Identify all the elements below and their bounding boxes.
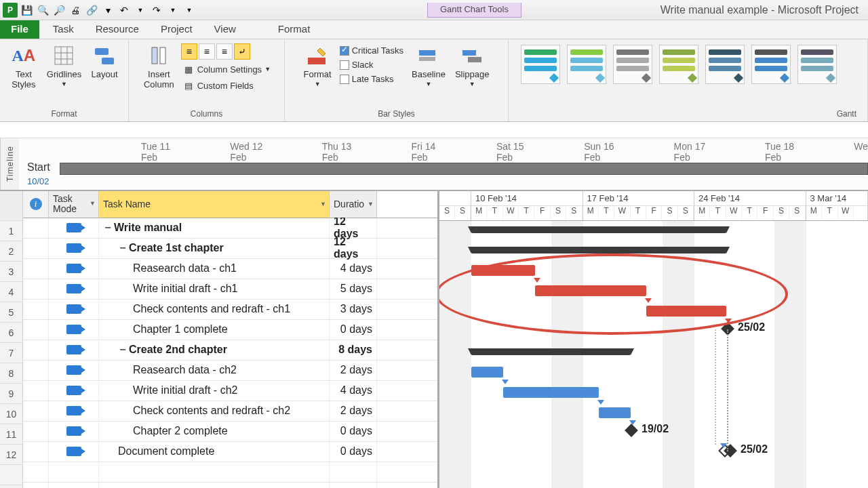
gridlines-button[interactable]: Gridlines▼	[44, 42, 84, 89]
table-row[interactable]: Chapter 2 complete 0 days	[23, 422, 437, 442]
cell-task-mode[interactable]	[49, 320, 99, 340]
bar-task-1[interactable]	[471, 226, 726, 233]
layout-button[interactable]: Layout	[88, 42, 121, 81]
bar-task-10[interactable]	[599, 407, 631, 418]
table-row[interactable]: Write initial draft - ch1 5 days	[23, 279, 437, 300]
insert-column-button[interactable]: Insert Column	[141, 42, 177, 91]
align-left-button[interactable]: ≡	[181, 43, 197, 60]
wrap-text-button[interactable]: ⤶	[234, 43, 250, 60]
row-number[interactable]	[0, 485, 22, 488]
row-number[interactable]: 7	[0, 343, 22, 363]
bar-task-9[interactable]	[503, 387, 599, 398]
collapse-icon[interactable]: −	[103, 222, 113, 234]
entry-bar[interactable]	[0, 122, 868, 138]
tab-task[interactable]: Task	[42, 20, 85, 39]
row-number[interactable]: 2	[0, 241, 22, 262]
cell-task-name[interactable]: −Create 2nd chapter	[99, 340, 330, 360]
cell-duration[interactable]: 4 days	[330, 259, 377, 279]
cell-task-mode[interactable]	[49, 259, 99, 279]
cell-task-mode[interactable]	[49, 422, 99, 441]
cell-duration[interactable]: 0 days	[330, 320, 377, 340]
cell-task-mode[interactable]	[49, 239, 99, 258]
cell-duration[interactable]: 2 days	[330, 401, 377, 421]
cell-task-name[interactable]: Write initial draft - ch1	[99, 279, 330, 299]
print-icon[interactable]: 🖨	[68, 3, 83, 18]
cell-task-name[interactable]: Document complete	[99, 442, 330, 462]
app-icon[interactable]: P	[3, 3, 18, 18]
row-number[interactable]: 6	[0, 323, 22, 343]
qat-customize-icon[interactable]: ▼	[182, 3, 197, 18]
row-number[interactable]: 8	[0, 363, 22, 384]
tab-resource[interactable]: Resource	[85, 20, 150, 39]
cell-task-name[interactable]: −Write manual	[99, 218, 330, 238]
row-number[interactable]	[0, 465, 22, 485]
filter-icon[interactable]: ▾	[100, 3, 115, 18]
cell-task-name[interactable]: Write initial draft - ch2	[99, 381, 330, 401]
redo-dd-icon[interactable]: ▼	[165, 3, 180, 18]
collapse-icon[interactable]: −	[118, 344, 127, 356]
cell-duration[interactable]: 0 days	[330, 442, 377, 462]
slack-checkbox[interactable]: Slack	[338, 59, 405, 70]
cell-task-mode[interactable]	[49, 361, 99, 380]
cell-duration[interactable]: 5 days	[330, 279, 377, 299]
column-settings-button[interactable]: ▦Column Settings ▼	[181, 62, 272, 76]
slippage-button[interactable]: Slippage▼	[452, 42, 492, 89]
col-task-mode[interactable]: TaskMode▼	[49, 191, 99, 218]
gantt-style-7[interactable]	[797, 45, 837, 84]
link-icon[interactable]: 🔗	[84, 3, 99, 18]
col-duration[interactable]: Duratio▼	[330, 191, 377, 218]
table-row[interactable]: Document complete 0 days	[23, 442, 437, 462]
tab-view[interactable]: View	[203, 20, 247, 39]
cell-duration[interactable]: 0 days	[330, 422, 377, 441]
bar-task-2[interactable]	[471, 247, 726, 253]
col-task-name[interactable]: Task Name▼	[99, 191, 330, 218]
late-tasks-checkbox[interactable]: Late Tasks	[338, 73, 405, 85]
bar-task-5[interactable]	[646, 306, 726, 317]
cell-task-name[interactable]: Check contents and redraft - ch1	[99, 300, 330, 319]
cell-duration[interactable]: 2 days	[330, 361, 377, 380]
save-icon[interactable]: 💾	[19, 3, 34, 18]
custom-fields-button[interactable]: ▤Custom Fields	[181, 79, 272, 92]
tab-file[interactable]: File	[0, 20, 39, 39]
row-number[interactable]: 9	[0, 384, 22, 404]
gantt-style-6[interactable]	[751, 45, 791, 84]
timeline-bar[interactable]	[60, 163, 868, 175]
cell-duration[interactable]: 8 days	[330, 340, 377, 360]
gantt-style-3[interactable]	[613, 45, 652, 84]
table-row[interactable]: −Create 1st chapter 12 days	[23, 239, 437, 259]
gantt-style-5[interactable]	[705, 45, 745, 84]
cell-task-name[interactable]: Check contents and redraft - ch2	[99, 401, 330, 421]
cell-task-mode[interactable]	[49, 401, 99, 421]
format-bar-button[interactable]: Format▼	[301, 42, 334, 89]
row-number[interactable]: 3	[0, 262, 22, 282]
timeline-body[interactable]: Tue 11 FebWed 12 FebThu 13 FebFri 14 Feb…	[19, 138, 868, 190]
table-row[interactable]	[23, 462, 437, 483]
table-row[interactable]: Chapter 1 complete 0 days	[23, 320, 437, 340]
cell-task-mode[interactable]	[49, 340, 99, 360]
table-row[interactable]: Check contents and redraft - ch2 2 days	[23, 401, 437, 422]
table-row[interactable]: Reasearch data - ch2 2 days	[23, 361, 437, 381]
table-row[interactable]: −Write manual 12 days	[23, 218, 437, 239]
cell-duration[interactable]: 4 days	[330, 381, 377, 401]
milestone-task-11[interactable]	[625, 424, 638, 437]
cell-task-mode[interactable]	[49, 300, 99, 319]
redo-icon[interactable]: ↷	[149, 3, 164, 18]
cell-duration[interactable]: 3 days	[330, 300, 377, 319]
cell-task-name[interactable]: Reasearch data - ch1	[99, 259, 330, 279]
chart-body[interactable]: 25/02 19/02 25/02	[439, 221, 868, 488]
bar-task-4[interactable]	[535, 285, 646, 296]
table-row[interactable]: Reasearch data - ch1 4 days	[23, 259, 437, 279]
cell-duration[interactable]: 12 days	[330, 239, 377, 258]
tab-project[interactable]: Project	[150, 20, 203, 39]
cell-task-mode[interactable]	[49, 279, 99, 299]
cell-task-name[interactable]: −Create 1st chapter	[99, 239, 330, 258]
tab-format[interactable]: Format	[267, 20, 321, 39]
cell-task-mode[interactable]	[49, 442, 99, 462]
table-row[interactable]: −Create 2nd chapter 8 days	[23, 340, 437, 361]
col-indicators[interactable]: i	[23, 191, 49, 218]
gantt-style-4[interactable]	[659, 45, 698, 84]
row-number[interactable]: 4	[0, 282, 22, 302]
row-number[interactable]: 11	[0, 424, 22, 445]
cell-task-name[interactable]: Chapter 1 complete	[99, 320, 330, 340]
bar-task-3[interactable]	[471, 265, 535, 276]
